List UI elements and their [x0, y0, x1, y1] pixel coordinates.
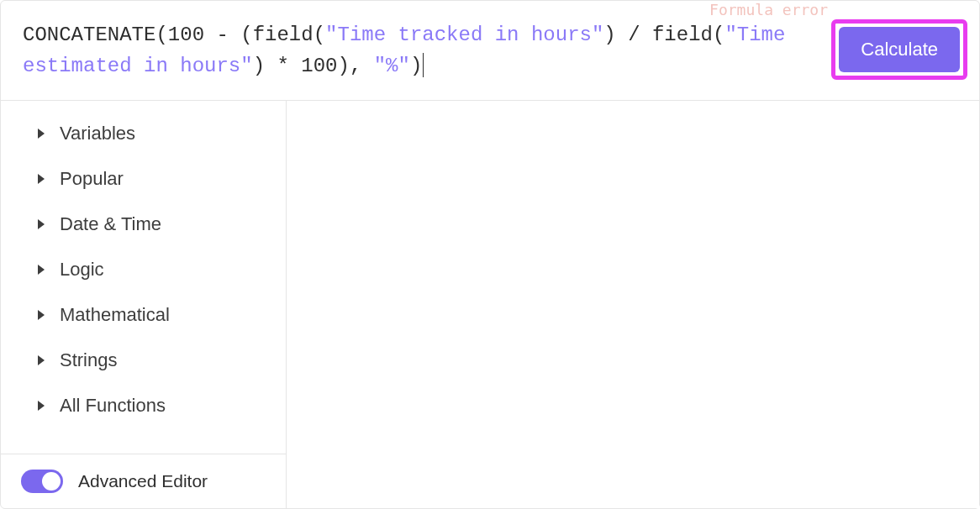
category-item[interactable]: Variables: [1, 111, 286, 156]
calculate-button[interactable]: Calculate: [839, 27, 960, 72]
toggle-knob: [42, 472, 61, 491]
function-sidebar: VariablesPopularDate & TimeLogicMathemat…: [1, 101, 287, 508]
formula-token: ) * 100),: [253, 55, 374, 77]
chevron-right-icon: [38, 219, 45, 229]
category-label: Logic: [60, 259, 104, 281]
category-item[interactable]: Mathematical: [1, 292, 286, 338]
chevron-right-icon: [38, 401, 45, 411]
category-label: Mathematical: [60, 304, 170, 326]
formula-token: ) / field(: [603, 24, 724, 46]
function-name: CONCATENATE: [23, 24, 155, 46]
chevron-right-icon: [38, 129, 45, 139]
string-literal: "Time tracked in hours": [325, 24, 603, 46]
formula-error-hint: Formula error: [709, 1, 828, 18]
category-label: Strings: [60, 349, 117, 371]
formula-editor-panel: Formula error CONCATENATE(100 - (field("…: [0, 0, 980, 509]
category-item[interactable]: Logic: [1, 247, 286, 292]
formula-token: (100 - (field(: [155, 24, 325, 46]
formula-input[interactable]: CONCATENATE(100 - (field("Time tracked i…: [23, 19, 831, 81]
advanced-editor-toggle[interactable]: [21, 470, 63, 493]
category-label: Variables: [60, 123, 135, 144]
formula-bar: Formula error CONCATENATE(100 - (field("…: [1, 1, 979, 101]
category-item[interactable]: Strings: [1, 338, 286, 383]
category-item[interactable]: Popular: [1, 156, 286, 202]
function-detail-panel: [287, 101, 979, 508]
formula-token: ): [410, 55, 422, 77]
editor-body: VariablesPopularDate & TimeLogicMathemat…: [1, 101, 979, 508]
chevron-right-icon: [38, 355, 45, 365]
category-list: VariablesPopularDate & TimeLogicMathemat…: [1, 101, 286, 454]
advanced-editor-label: Advanced Editor: [78, 471, 208, 491]
sidebar-footer: Advanced Editor: [1, 454, 286, 508]
chevron-right-icon: [38, 265, 45, 275]
string-literal: "%": [374, 55, 410, 77]
category-item[interactable]: All Functions: [1, 383, 286, 428]
chevron-right-icon: [38, 174, 45, 184]
category-label: Date & Time: [60, 213, 161, 235]
calculate-highlight: Calculate: [831, 19, 967, 80]
chevron-right-icon: [38, 310, 45, 320]
text-cursor: [423, 53, 424, 77]
category-item[interactable]: Date & Time: [1, 202, 286, 247]
category-label: All Functions: [60, 395, 166, 417]
category-label: Popular: [60, 168, 124, 190]
